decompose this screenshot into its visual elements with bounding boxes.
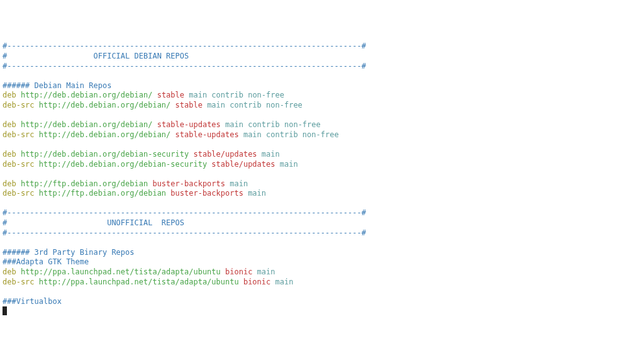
source-line[interactable]: ###Adapta GTK Theme — [3, 257, 641, 267]
token: http://deb.debian.org/debian/ — [39, 130, 175, 139]
token: deb-src — [3, 160, 39, 169]
token: #---------------------------------------… — [3, 42, 366, 50]
token: deb-src — [3, 189, 39, 198]
token: http://deb.debian.org/debian/ — [39, 101, 175, 109]
token: stable — [157, 91, 189, 99]
token: ###Virtualbox — [3, 297, 62, 306]
token: http://deb.debian.org/debian/ — [21, 120, 157, 129]
token: stable/updates — [193, 150, 261, 159]
text-cursor — [3, 306, 7, 315]
source-line[interactable] — [3, 287, 641, 297]
token: http://deb.debian.org/debian-security — [39, 160, 212, 169]
source-line[interactable]: deb http://deb.debian.org/debian/ stable… — [3, 91, 641, 101]
token: ###Adapta GTK Theme — [3, 257, 89, 266]
token: ###### — [3, 81, 35, 90]
token: stable/updates — [211, 160, 279, 169]
token: # UNOFFICIAL REPOS — [3, 218, 289, 227]
token: deb — [3, 91, 21, 99]
source-line[interactable] — [3, 140, 641, 150]
source-line[interactable]: deb http://ppa.launchpad.net/tista/adapt… — [3, 267, 641, 277]
token: deb — [3, 179, 21, 188]
token: #---------------------------------------… — [3, 62, 366, 70]
source-line[interactable] — [3, 238, 641, 248]
source-line[interactable]: #---------------------------------------… — [3, 42, 641, 52]
token: # OFFICIAL DEBIAN REPOS — [3, 52, 280, 60]
source-line[interactable] — [3, 111, 641, 121]
token: Debian Main Repos — [35, 81, 112, 90]
token: deb — [3, 150, 21, 159]
source-line[interactable]: ###Virtualbox — [3, 297, 641, 307]
token: http://ppa.launchpad.net/tista/adapta/ub… — [39, 277, 243, 286]
token: deb-src — [3, 130, 39, 139]
token: main — [275, 277, 293, 286]
token: http://deb.debian.org/debian-security — [21, 150, 194, 159]
token: #---------------------------------------… — [3, 228, 366, 237]
source-line[interactable]: #---------------------------------------… — [3, 208, 641, 218]
token: main contrib non-free — [243, 130, 339, 139]
token: bionic — [243, 277, 275, 286]
token: http://ftp.debian.org/debian — [39, 189, 171, 198]
token: main — [262, 150, 280, 159]
token: main — [248, 189, 266, 198]
token: deb-src — [3, 277, 39, 286]
source-line[interactable] — [3, 199, 641, 209]
source-line[interactable]: deb-src http://ppa.launchpad.net/tista/a… — [3, 277, 641, 288]
token: main — [280, 160, 298, 169]
source-line[interactable]: #---------------------------------------… — [3, 62, 641, 72]
token: buster-backports — [152, 179, 230, 188]
source-line[interactable]: # OFFICIAL DEBIAN REPOS — [3, 52, 641, 62]
token: stable-updates — [157, 120, 225, 129]
token: main — [257, 267, 275, 276]
token: main — [230, 179, 248, 188]
token: main contrib non-free — [207, 101, 303, 109]
token: stable — [175, 101, 208, 109]
token: http://deb.debian.org/debian/ — [21, 91, 157, 99]
source-line[interactable] — [3, 169, 641, 179]
token: http://ftp.debian.org/debian — [21, 179, 153, 188]
token: ###### 3rd Party Binary Repos — [3, 248, 135, 257]
source-line[interactable]: ###### Debian Main Repos — [3, 81, 641, 91]
token: deb-src — [3, 101, 39, 109]
token: bionic — [225, 267, 257, 276]
source-line[interactable] — [3, 71, 641, 81]
source-line[interactable]: deb-src http://deb.debian.org/debian-sec… — [3, 160, 641, 170]
source-line[interactable]: deb-src http://deb.debian.org/debian/ st… — [3, 101, 641, 111]
token: http://ppa.launchpad.net/tista/adapta/ub… — [21, 267, 225, 276]
token: buster-backports — [170, 189, 248, 198]
source-line[interactable]: deb http://deb.debian.org/debian-securit… — [3, 150, 641, 160]
source-line[interactable]: deb http://ftp.debian.org/debian buster-… — [3, 179, 641, 189]
token: main contrib non-free — [189, 91, 284, 99]
source-line[interactable]: deb-src http://ftp.debian.org/debian bus… — [3, 189, 641, 199]
cursor-line[interactable] — [3, 306, 641, 317]
token: deb — [3, 120, 21, 129]
token: stable-updates — [175, 130, 243, 139]
source-line[interactable]: # UNOFFICIAL REPOS — [3, 218, 641, 228]
token: deb — [3, 267, 21, 276]
token: main contrib non-free — [225, 120, 321, 129]
source-line[interactable]: deb http://deb.debian.org/debian/ stable… — [3, 120, 641, 130]
source-line[interactable]: ###### 3rd Party Binary Repos — [3, 248, 641, 258]
source-line[interactable]: #---------------------------------------… — [3, 228, 641, 238]
text-editor-buffer[interactable]: #---------------------------------------… — [3, 42, 641, 317]
token: #---------------------------------------… — [3, 208, 366, 217]
source-line[interactable]: deb-src http://deb.debian.org/debian/ st… — [3, 130, 641, 140]
